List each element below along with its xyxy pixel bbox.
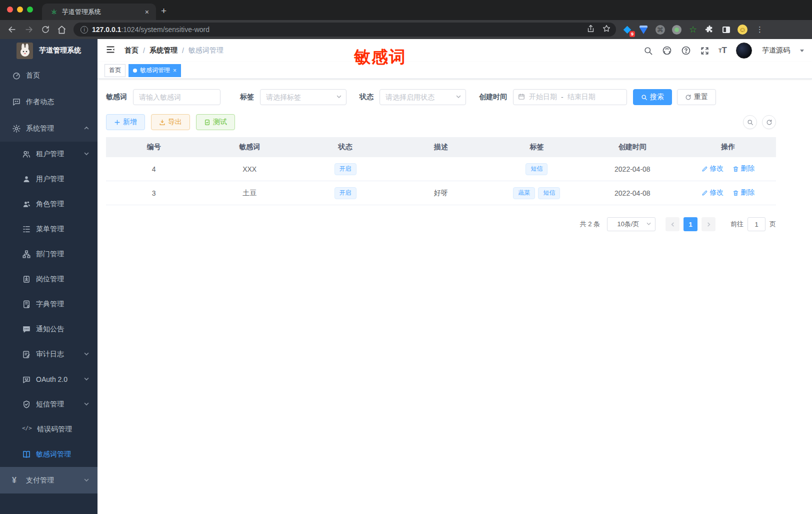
sidebar-item-user[interactable]: 用户管理 <box>0 167 98 192</box>
sidebar-item-home[interactable]: 首页 <box>0 62 98 89</box>
sidebar-item-dept[interactable]: 部门管理 <box>0 242 98 267</box>
user-avatar[interactable] <box>736 43 752 59</box>
cell-create-time: 2022-04-08 <box>584 165 680 173</box>
goto-page-input[interactable] <box>748 217 766 231</box>
browser-menu-icon[interactable]: ⋮ <box>756 25 764 34</box>
users-icon <box>22 150 31 159</box>
tags-view-bar: 首页 敏感词管理 × <box>98 62 812 79</box>
cell-id: 4 <box>106 165 202 173</box>
zoom-window-button[interactable] <box>27 7 33 13</box>
goto-label: 前往 <box>730 220 744 229</box>
breadcrumb: 首页 / 系统管理 / 敏感词管理 <box>124 46 224 55</box>
sidebar-item-notice[interactable]: 通知公告 <box>0 317 98 342</box>
code-icon: </> <box>22 425 32 434</box>
export-button[interactable]: 导出 <box>151 114 190 130</box>
app-logo-row[interactable]: 芋道管理系统 <box>0 39 98 62</box>
minimize-window-button[interactable] <box>17 7 23 13</box>
tag-select[interactable] <box>260 89 346 105</box>
sidebar-item-dict[interactable]: 字典管理 <box>0 292 98 317</box>
table-row: 3 土豆 开启 好呀 蔬菜短信 2022-04-08 修改 删除 <box>106 181 776 205</box>
yen-icon: ¥ <box>12 476 21 485</box>
fullscreen-icon[interactable] <box>700 46 710 56</box>
sidebar-item-audit-log[interactable]: 审计日志 <box>0 342 98 367</box>
extension-green-star-icon[interactable]: ☆ <box>688 25 698 35</box>
bookmark-star-icon[interactable] <box>602 24 611 35</box>
tab-close-icon[interactable]: × <box>143 8 151 16</box>
font-size-icon[interactable]: TT <box>718 46 727 56</box>
new-tab-button[interactable]: + <box>161 6 166 16</box>
page-number-current[interactable]: 1 <box>684 217 698 231</box>
tab-title: 芋道管理系统 <box>62 8 143 17</box>
collapse-sidebar-icon[interactable] <box>106 45 116 57</box>
next-page-button[interactable] <box>702 217 716 231</box>
user-name[interactable]: 芋道源码 <box>762 46 790 55</box>
refresh-icon <box>685 94 692 101</box>
edit-link[interactable]: 修改 <box>702 164 724 173</box>
chevron-down-icon <box>84 350 90 358</box>
profile-avatar-icon[interactable]: ☺ <box>738 25 748 35</box>
date-start-placeholder: 开始日期 <box>529 93 557 102</box>
share-icon[interactable] <box>586 25 595 35</box>
site-info-icon[interactable]: i <box>80 26 88 34</box>
sidebar-item-author-news[interactable]: 作者动态 <box>0 89 98 115</box>
extension-command-icon[interactable]: ⌘ <box>655 25 665 35</box>
tag-view-home[interactable]: 首页 <box>104 64 126 77</box>
extension-gem-icon[interactable] <box>638 25 648 35</box>
refresh-table-icon[interactable] <box>762 115 776 129</box>
close-tag-icon[interactable]: × <box>173 67 176 74</box>
status-select[interactable] <box>380 89 466 105</box>
sidebar-item-sms[interactable]: 短信管理 <box>0 392 98 417</box>
open-book-icon <box>22 450 31 459</box>
sidebar-item-pay[interactable]: ¥ 支付管理 <box>0 467 98 493</box>
search-icon[interactable] <box>644 46 653 56</box>
add-button[interactable]: 新增 <box>106 114 145 130</box>
close-window-button[interactable] <box>7 7 13 13</box>
extensions-puzzle-icon[interactable] <box>704 25 714 35</box>
sidebar-item-sensitive-word[interactable]: 敏感词管理 <box>0 442 98 467</box>
page-size-select[interactable]: 10条/页 <box>607 217 656 231</box>
edit-link[interactable]: 修改 <box>702 188 724 197</box>
tag-badge: 蔬菜 <box>513 187 535 199</box>
browser-tab[interactable]: 芋道管理系统 × <box>42 4 156 20</box>
sidebar-item-system[interactable]: 系统管理 <box>0 115 98 142</box>
show-search-icon[interactable] <box>743 115 757 129</box>
screen: 芋道管理系统 × + i 127.0.0.1:1024/system/sensi… <box>0 0 812 514</box>
sidebar-item-menu-admin[interactable]: 菜单管理 <box>0 217 98 242</box>
home-icon[interactable] <box>57 25 66 35</box>
delete-link[interactable]: 删除 <box>732 164 754 173</box>
help-icon[interactable] <box>681 46 691 56</box>
cell-status: 开启 <box>298 187 393 199</box>
reset-button[interactable]: 重置 <box>677 89 716 105</box>
test-button[interactable]: 测试 <box>196 114 235 130</box>
sidebar-item-post[interactable]: 岗位管理 <box>0 267 98 292</box>
forward-icon[interactable] <box>24 25 34 35</box>
delete-link[interactable]: 删除 <box>732 188 754 197</box>
side-panel-icon[interactable] <box>721 25 731 35</box>
sidebar-item-role[interactable]: 角色管理 <box>0 192 98 217</box>
sidebar-item-tenant[interactable]: 租户管理 <box>0 142 98 167</box>
github-icon[interactable] <box>662 46 672 56</box>
keyword-input[interactable] <box>133 89 220 105</box>
date-range-picker[interactable]: 开始日期 - 结束日期 <box>513 89 627 105</box>
breadcrumb-system[interactable]: 系统管理 <box>150 46 178 55</box>
search-button[interactable]: 搜索 <box>633 89 672 105</box>
address-bar[interactable]: i 127.0.0.1:1024/system/sensitive-word <box>74 23 616 37</box>
cell-word: XXX <box>202 165 297 173</box>
shield-check-icon <box>22 400 31 409</box>
table-header: 编号 敏感词 状态 描述 标签 创建时间 操作 <box>106 137 776 157</box>
sidebar-item-oauth[interactable]: OAuth 2.0 <box>0 367 98 392</box>
table-tools <box>743 115 776 129</box>
user-menu-caret-icon[interactable] <box>800 50 804 52</box>
trash-icon <box>732 166 739 172</box>
menu-tree-icon <box>22 225 31 234</box>
url-text: 127.0.0.1:1024/system/sensitive-word <box>92 26 210 34</box>
prev-page-button[interactable] <box>666 217 680 231</box>
tag-view-sensitive-word[interactable]: 敏感词管理 × <box>128 64 181 77</box>
breadcrumb-home[interactable]: 首页 <box>124 46 138 55</box>
extension-green-dot-icon[interactable] <box>672 25 682 35</box>
document-check-icon <box>204 119 210 126</box>
reload-icon[interactable] <box>41 25 50 34</box>
extension-blue-diamond-icon[interactable]: 9 <box>622 25 632 35</box>
back-icon[interactable] <box>7 25 17 35</box>
sidebar-item-errcode[interactable]: </> 错误码管理 <box>0 417 98 442</box>
